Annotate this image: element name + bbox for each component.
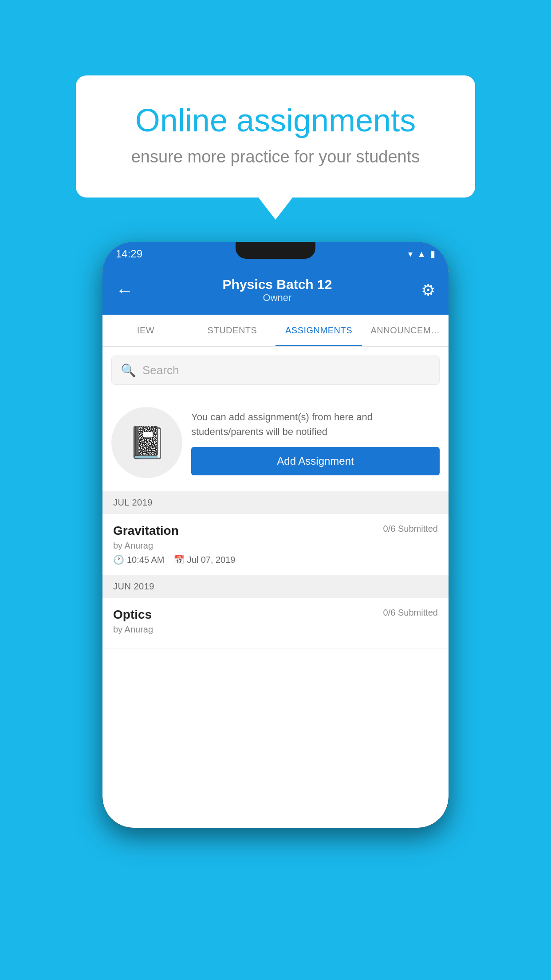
tab-assignments[interactable]: ASSIGNMENTS xyxy=(276,315,362,346)
tab-students-label: STUDENTS xyxy=(208,325,257,336)
assignment-meta-gravitation: 🕐 10:45 AM 📅 Jul 07, 2019 xyxy=(113,554,438,565)
meta-time-gravitation: 🕐 10:45 AM xyxy=(113,554,165,565)
assignment-top-row: Gravitation 0/6 Submitted xyxy=(113,524,438,538)
search-icon: 🔍 xyxy=(121,363,136,378)
meta-date-gravitation: 📅 Jul 07, 2019 xyxy=(173,554,236,565)
speech-bubble-subtitle: ensure more practice for your students xyxy=(107,147,444,166)
header-subtitle: Owner xyxy=(134,292,421,304)
section-header-jul-label: JUL 2019 xyxy=(113,498,153,507)
tab-announcements[interactable]: ANNOUNCEM… xyxy=(362,315,449,346)
empty-description: You can add assignment(s) from here and … xyxy=(191,410,440,439)
speech-bubble-container: Online assignments ensure more practice … xyxy=(76,75,475,198)
empty-icon-circle: 📓 xyxy=(111,407,182,478)
back-button[interactable]: ← xyxy=(116,281,134,300)
assignment-submitted-optics: 0/6 Submitted xyxy=(383,608,438,618)
section-header-jul: JUL 2019 xyxy=(102,491,449,514)
phone-frame: 14:29 ▾ ▲ ▮ ← Physics Batch 12 Owner ⚙ xyxy=(102,242,449,828)
empty-text-area: You can add assignment(s) from here and … xyxy=(191,410,440,475)
search-bar[interactable]: 🔍 Search xyxy=(111,356,440,385)
section-header-jun: JUN 2019 xyxy=(102,575,449,598)
header-title: Physics Batch 12 xyxy=(134,277,421,292)
assignment-top-row-optics: Optics 0/6 Submitted xyxy=(113,608,438,622)
tab-overview-label: IEW xyxy=(137,325,154,336)
phone-wrapper: 14:29 ▾ ▲ ▮ ← Physics Batch 12 Owner ⚙ xyxy=(102,242,449,828)
app-header: ← Physics Batch 12 Owner ⚙ xyxy=(102,266,449,315)
assignment-date-gravitation: Jul 07, 2019 xyxy=(187,555,236,565)
battery-icon: ▮ xyxy=(430,249,435,259)
assignment-name-gravitation: Gravitation xyxy=(113,524,179,538)
calendar-icon-gravitation: 📅 xyxy=(173,554,185,565)
status-time: 14:29 xyxy=(116,248,142,260)
tabs-bar: IEW STUDENTS ASSIGNMENTS ANNOUNCEM… xyxy=(102,315,449,347)
tab-overview[interactable]: IEW xyxy=(102,315,189,346)
notebook-icon: 📓 xyxy=(128,424,166,461)
tab-announcements-label: ANNOUNCEM… xyxy=(370,325,440,336)
speech-bubble-title: Online assignments xyxy=(107,102,444,138)
empty-state: 📓 You can add assignment(s) from here an… xyxy=(102,394,449,491)
assignment-time-gravitation: 10:45 AM xyxy=(127,555,165,565)
speech-bubble: Online assignments ensure more practice … xyxy=(76,75,475,198)
main-content: 🔍 Search 📓 You can add assignment(s) fro… xyxy=(102,347,449,648)
assignment-by-gravitation: by Anurag xyxy=(113,541,438,551)
clock-icon-gravitation: 🕐 xyxy=(113,554,124,565)
header-title-area: Physics Batch 12 Owner xyxy=(134,277,421,304)
phone-screen: 14:29 ▾ ▲ ▮ ← Physics Batch 12 Owner ⚙ xyxy=(102,242,449,828)
tab-students[interactable]: STUDENTS xyxy=(189,315,276,346)
tab-assignments-label: ASSIGNMENTS xyxy=(285,325,352,336)
status-icons: ▾ ▲ ▮ xyxy=(408,249,435,259)
signal-icon: ▲ xyxy=(417,249,426,259)
assignment-item-gravitation[interactable]: Gravitation 0/6 Submitted by Anurag 🕐 10… xyxy=(102,514,449,575)
phone-notch xyxy=(236,242,315,259)
settings-button[interactable]: ⚙ xyxy=(421,281,435,300)
assignment-item-optics[interactable]: Optics 0/6 Submitted by Anurag xyxy=(102,598,449,648)
wifi-icon: ▾ xyxy=(408,249,413,259)
search-placeholder-text: Search xyxy=(142,364,179,377)
section-header-jun-label: JUN 2019 xyxy=(113,581,154,591)
add-assignment-button[interactable]: Add Assignment xyxy=(191,447,440,475)
assignment-name-optics: Optics xyxy=(113,608,152,622)
assignment-submitted-gravitation: 0/6 Submitted xyxy=(383,524,438,534)
assignment-by-optics: by Anurag xyxy=(113,624,438,635)
